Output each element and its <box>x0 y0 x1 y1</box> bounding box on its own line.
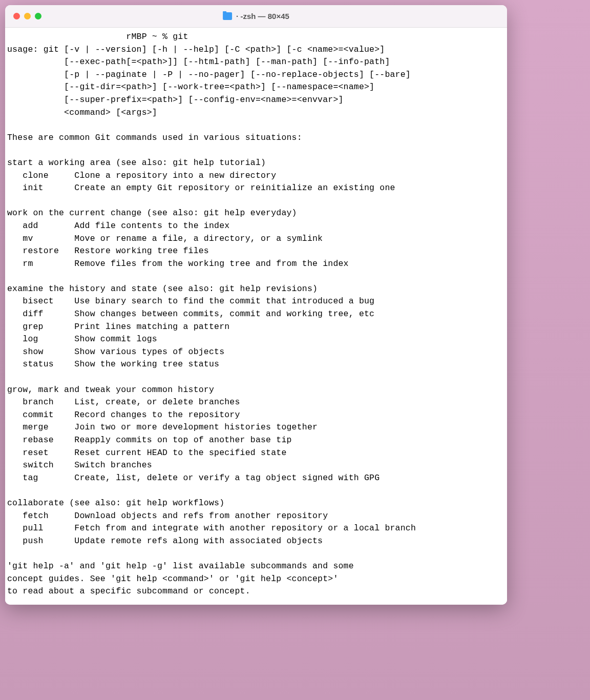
folder-icon <box>223 12 232 20</box>
title-bar[interactable]: · -zsh — 80×45 <box>5 5 507 28</box>
zoom-button[interactable] <box>35 13 41 19</box>
terminal-output[interactable]: rMBP ~ % git usage: git [-v | --version]… <box>5 28 507 605</box>
traffic-lights <box>13 13 41 19</box>
window-title-group: · -zsh — 80×45 <box>223 12 289 20</box>
terminal-window: · -zsh — 80×45 rMBP ~ % git usage: git [… <box>5 5 507 605</box>
minimize-button[interactable] <box>24 13 31 19</box>
window-title: · -zsh — 80×45 <box>236 12 289 20</box>
close-button[interactable] <box>13 13 20 19</box>
